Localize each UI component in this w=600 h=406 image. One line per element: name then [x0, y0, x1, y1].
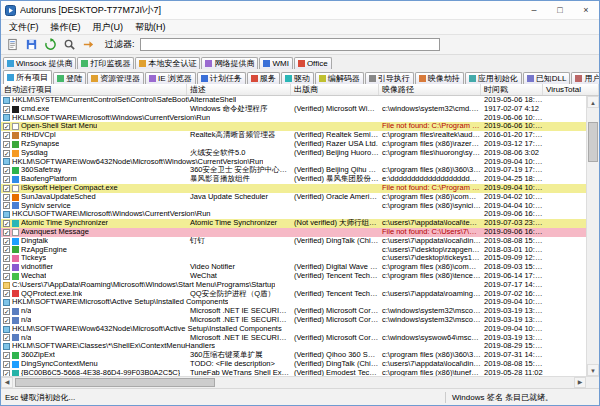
tab-lower-0[interactable]: 所有项目: [3, 70, 52, 84]
tab-lower-12[interactable]: 用户登录: [571, 72, 600, 84]
entry-row[interactable]: ✓Dingtalk钉钉(Verified) DingTalk (China) I…: [1, 237, 586, 246]
entry-row[interactable]: ✓Avanquest MessageFile not found: C:\Use…: [1, 228, 586, 237]
entry-row[interactable]: ✓RtHDVCplRealtek高清晰音频管理器(Verified) Realt…: [1, 131, 586, 140]
entry-checkbox[interactable]: ✓: [3, 106, 10, 113]
tab-lower-7[interactable]: 编解码器: [315, 72, 364, 84]
tab-lower-4[interactable]: 计划任务: [197, 72, 246, 84]
tab-lower-3[interactable]: IE 浏览器: [145, 72, 196, 84]
column-header-5[interactable]: VirusTotal: [543, 84, 599, 95]
entry-checkbox[interactable]: ✓: [3, 308, 10, 315]
menu-item-2[interactable]: 用户(U): [87, 21, 130, 34]
tab-lower-10[interactable]: 应用初始化: [465, 72, 522, 84]
entry-row[interactable]: ✓RzApgEnginec:\users\7\desktop\rzapgengi…: [1, 246, 586, 255]
entry-checkbox[interactable]: ✓: [3, 290, 10, 297]
entry-row[interactable]: ✓Sysdiag火绒安全软件5.0(Verified) Beijing Huor…: [1, 149, 586, 158]
entry-checkbox[interactable]: ✓: [3, 264, 10, 271]
tab-lower-2[interactable]: 资源管理器: [87, 72, 144, 84]
entry-checkbox[interactable]: ✓: [3, 123, 10, 130]
location-row[interactable]: HKLM\SOFTWARE\Wow6432Node\Microsoft\Acti…: [1, 325, 586, 334]
menu-item-3[interactable]: 帮助(H): [129, 21, 172, 34]
entry-row[interactable]: ✓DingSyncContextMenuTODO: <File descript…: [1, 360, 586, 369]
horizontal-scrollbar[interactable]: ◀ ▶: [1, 377, 586, 388]
column-header-0[interactable]: 自动运行项目: [1, 84, 187, 95]
entry-row[interactable]: ✓SunJavaUpdateSchedJava Update Scheduler…: [1, 193, 586, 202]
location-row[interactable]: HKCU\SOFTWARE\Microsoft\Windows\CurrentV…: [1, 210, 586, 219]
entry-checkbox[interactable]: ✓: [3, 167, 10, 174]
entry-row[interactable]: ✓n/aMicrosoft .NET IE SECURITY REGISTRAT…: [1, 316, 586, 325]
entry-row[interactable]: ✓BaofengPlatform暴风影音播放组件(Verified) 暴风集团股…: [1, 175, 586, 184]
column-header-4[interactable]: 时间戳: [481, 84, 543, 95]
entry-row[interactable]: ✓360Safetray360安全卫士 安全防护中心模块(Verified) B…: [1, 166, 586, 175]
tab-upper-1[interactable]: 打印监视器: [77, 57, 134, 69]
entry-checkbox[interactable]: ✓: [3, 361, 10, 368]
location-row[interactable]: HKLM\SOFTWARE\Microsoft\Active Setup\Ins…: [1, 298, 586, 307]
entry-row[interactable]: ✓n/aMicrosoft .NET IE SECURITY REGISTRAT…: [1, 334, 586, 343]
scroll-up-icon[interactable]: ▲: [587, 96, 599, 108]
entry-checkbox[interactable]: ✓: [3, 220, 10, 227]
entry-checkbox[interactable]: ✓: [3, 229, 10, 236]
tab-upper-3[interactable]: 网络提供商: [201, 57, 258, 69]
scroll-right-icon[interactable]: ▶: [574, 377, 586, 388]
tab-upper-2[interactable]: 本地安全认证: [135, 57, 200, 69]
filter-input[interactable]: [140, 38, 440, 51]
vertical-scrollbar[interactable]: ▲ ▼: [586, 96, 599, 376]
entry-row[interactable]: ✓n/aMicrosoft .NET IE SECURITY REGISTRAT…: [1, 307, 586, 316]
entry-row[interactable]: ✓{BC00B6C5-5668-4E38-86D4-99F03B0A2C5C}T…: [1, 369, 586, 376]
close-button[interactable]: ×: [573, 1, 599, 19]
tab-lower-11[interactable]: 已知DLL: [523, 72, 571, 84]
minimize-button[interactable]: –: [521, 1, 547, 19]
location-row[interactable]: C:\Users\7\AppData\Roaming\Microsoft\Win…: [1, 281, 586, 290]
tab-lower-5[interactable]: 服务: [247, 72, 280, 84]
entry-checkbox[interactable]: ✓: [3, 185, 10, 192]
tab-lower-8[interactable]: 引导执行: [365, 72, 414, 84]
scroll-left-icon[interactable]: ◀: [1, 377, 13, 388]
find-button[interactable]: [61, 37, 78, 53]
entry-row[interactable]: ✓WechatWeChat(Verified) Tencent Technolo…: [1, 272, 586, 281]
entry-row[interactable]: ✓cmd.exeWindows 命令处理程序(Verified) Microso…: [1, 105, 586, 114]
tab-lower-9[interactable]: 映像劫持: [415, 72, 464, 84]
tab-upper-4[interactable]: WMI: [259, 57, 292, 69]
tab-lower-6[interactable]: 驱动: [281, 72, 314, 84]
entry-checkbox[interactable]: ✓: [3, 141, 10, 148]
entry-checkbox[interactable]: ✓: [3, 202, 10, 209]
location-row[interactable]: HKLM\SOFTWARE\Microsoft\Windows\CurrentV…: [1, 114, 586, 123]
save-button[interactable]: [23, 37, 40, 53]
location-row[interactable]: HKLM\SYSTEM\CurrentControlSet\Control\Sa…: [1, 96, 586, 105]
vertical-scroll-track[interactable]: [587, 108, 599, 364]
entry-row[interactable]: ✓QQProtect.exe.lnkQQ安全防护进程（Q盾）(Verified)…: [1, 290, 586, 299]
horizontal-scroll-thumb[interactable]: [15, 378, 215, 387]
entry-checkbox[interactable]: ✓: [3, 246, 10, 253]
tab-upper-5[interactable]: Office: [294, 57, 332, 69]
tab-upper-0[interactable]: Winsock 提供商: [3, 57, 76, 69]
entry-row[interactable]: ✓Syniciv servicec:\program files (x86)\s…: [1, 202, 586, 211]
entry-checkbox[interactable]: ✓: [3, 194, 10, 201]
entry-row[interactable]: ✓RzSynapse(Verified) Razer USA Ltd.c:\pr…: [1, 140, 586, 149]
scroll-down-icon[interactable]: ▼: [587, 364, 599, 376]
refresh-button[interactable]: [42, 37, 59, 53]
entry-checkbox[interactable]: ✓: [3, 352, 10, 359]
menu-item-0[interactable]: 文件(F): [3, 21, 45, 34]
entry-row[interactable]: ✓Atomic Time SynchronizerAtomic Time Syn…: [1, 219, 586, 228]
jump-to-button[interactable]: [80, 37, 97, 53]
location-row[interactable]: HKLM\SOFTWARE\Classes\*\ShellEx\ContextM…: [1, 342, 586, 351]
entry-row[interactable]: ✓iSkysoft Helper Compact.exeFile not fou…: [1, 184, 586, 193]
vertical-scroll-thumb[interactable]: [588, 122, 598, 162]
entry-row[interactable]: ✓vidnotifierVideo Notifier(Verified) Dig…: [1, 263, 586, 272]
entry-checkbox[interactable]: ✓: [3, 273, 10, 280]
column-header-3[interactable]: 映像路径: [379, 84, 481, 95]
column-header-2[interactable]: 出版商: [291, 84, 379, 95]
properties-button[interactable]: [4, 37, 21, 53]
column-header-1[interactable]: 描述: [187, 84, 291, 95]
location-row[interactable]: HKLM\SOFTWARE\Wow6432Node\Microsoft\Wind…: [1, 158, 586, 167]
entry-checkbox[interactable]: ✓: [3, 317, 10, 324]
entry-row[interactable]: ✓Tickeysc:\users\7\desktop\tickeys1.1.1\…: [1, 254, 586, 263]
maximize-button[interactable]: □: [547, 1, 573, 19]
entry-checkbox[interactable]: ✓: [3, 150, 10, 157]
entry-row[interactable]: ✓Open-Shell Start MenuFile not found: C:…: [1, 122, 586, 131]
entry-checkbox[interactable]: ✓: [3, 132, 10, 139]
entry-checkbox[interactable]: ✓: [3, 176, 10, 183]
entry-checkbox[interactable]: ✓: [3, 255, 10, 262]
entry-checkbox[interactable]: ✓: [3, 334, 10, 341]
entry-checkbox[interactable]: ✓: [3, 238, 10, 245]
menu-item-1[interactable]: 操作(E): [45, 21, 87, 34]
